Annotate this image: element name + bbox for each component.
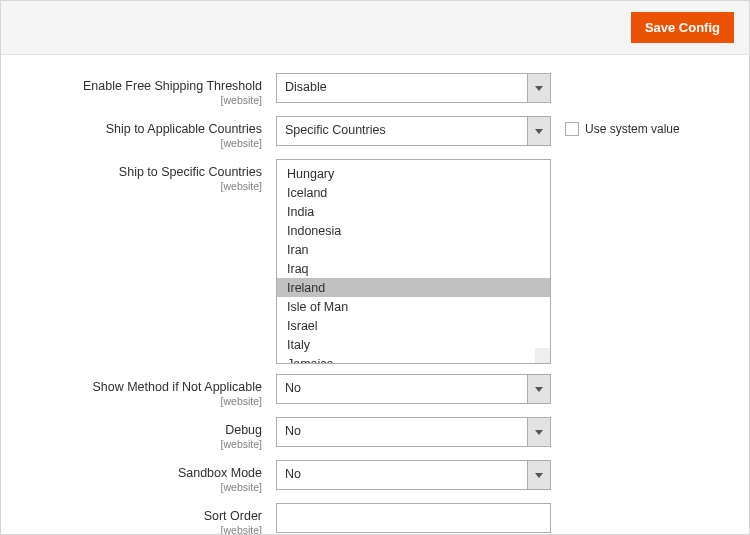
scope-text: [website] <box>1 524 262 535</box>
label-text: Show Method if Not Applicable <box>92 380 262 394</box>
select-value: No <box>276 417 527 447</box>
scope-text: [website] <box>1 94 262 106</box>
sandbox-select[interactable]: No <box>276 460 551 490</box>
country-option[interactable]: Isle of Man <box>277 297 550 316</box>
free-shipping-threshold-select[interactable]: Disable <box>276 73 551 103</box>
label-text: Sort Order <box>204 509 262 523</box>
applicable-countries-select[interactable]: Specific Countries <box>276 116 551 146</box>
country-option[interactable]: Indonesia <box>277 221 550 240</box>
svg-marker-4 <box>535 473 543 478</box>
chevron-down-icon[interactable] <box>527 116 551 146</box>
select-value: Disable <box>276 73 527 103</box>
label-text: Enable Free Shipping Threshold <box>83 79 262 93</box>
chevron-down-icon[interactable] <box>527 417 551 447</box>
country-option[interactable]: Iran <box>277 240 550 259</box>
chevron-down-icon[interactable] <box>527 73 551 103</box>
debug-select[interactable]: No <box>276 417 551 447</box>
label-text: Ship to Specific Countries <box>119 165 262 179</box>
label-show-method: Show Method if Not Applicable [website] <box>1 374 276 407</box>
country-option[interactable]: Hungary <box>277 164 550 183</box>
row-sandbox: Sandbox Mode [website] No <box>1 460 749 493</box>
country-option[interactable]: India <box>277 202 550 221</box>
label-text: Ship to Applicable Countries <box>106 122 262 136</box>
sort-order-input[interactable] <box>276 503 551 533</box>
save-config-button[interactable]: Save Config <box>631 12 734 43</box>
country-option[interactable]: Iraq <box>277 259 550 278</box>
select-value: No <box>276 374 527 404</box>
topbar: Save Config <box>1 1 749 55</box>
scope-text: [website] <box>1 137 262 149</box>
select-value: Specific Countries <box>276 116 527 146</box>
chevron-down-icon[interactable] <box>527 374 551 404</box>
svg-marker-1 <box>535 129 543 134</box>
svg-marker-3 <box>535 430 543 435</box>
scope-text: [website] <box>1 438 262 450</box>
show-method-select[interactable]: No <box>276 374 551 404</box>
use-system-value-label: Use system value <box>585 122 680 136</box>
use-system-value-checkbox[interactable] <box>565 122 579 136</box>
label-applicable-countries: Ship to Applicable Countries [website] <box>1 116 276 149</box>
label-debug: Debug [website] <box>1 417 276 450</box>
use-system-value-wrap: Use system value <box>551 116 711 136</box>
row-specific-countries: Ship to Specific Countries [website] Hun… <box>1 159 749 364</box>
label-sandbox: Sandbox Mode [website] <box>1 460 276 493</box>
row-debug: Debug [website] No <box>1 417 749 450</box>
row-show-method: Show Method if Not Applicable [website] … <box>1 374 749 407</box>
country-option[interactable]: Italy <box>277 335 550 354</box>
chevron-down-icon[interactable] <box>527 460 551 490</box>
svg-marker-0 <box>535 86 543 91</box>
label-text: Sandbox Mode <box>178 466 262 480</box>
svg-marker-2 <box>535 387 543 392</box>
scope-text: [website] <box>1 395 262 407</box>
scope-text: [website] <box>1 481 262 493</box>
label-text: Debug <box>225 423 262 437</box>
country-option[interactable]: Jamaica <box>277 354 550 364</box>
config-form: Enable Free Shipping Threshold [website]… <box>1 55 749 535</box>
specific-countries-multiselect[interactable]: HungaryIcelandIndiaIndonesiaIranIraqIrel… <box>276 159 551 364</box>
label-specific-countries: Ship to Specific Countries [website] <box>1 159 276 192</box>
country-option[interactable]: Israel <box>277 316 550 335</box>
row-free-shipping-threshold: Enable Free Shipping Threshold [website]… <box>1 73 749 106</box>
label-free-shipping-threshold: Enable Free Shipping Threshold [website] <box>1 73 276 106</box>
row-applicable-countries: Ship to Applicable Countries [website] S… <box>1 116 749 149</box>
country-option[interactable]: Ireland <box>277 278 550 297</box>
row-sort-order: Sort Order [website] <box>1 503 749 535</box>
label-sort-order: Sort Order [website] <box>1 503 276 535</box>
scope-text: [website] <box>1 180 262 192</box>
select-value: No <box>276 460 527 490</box>
country-option[interactable]: Iceland <box>277 183 550 202</box>
